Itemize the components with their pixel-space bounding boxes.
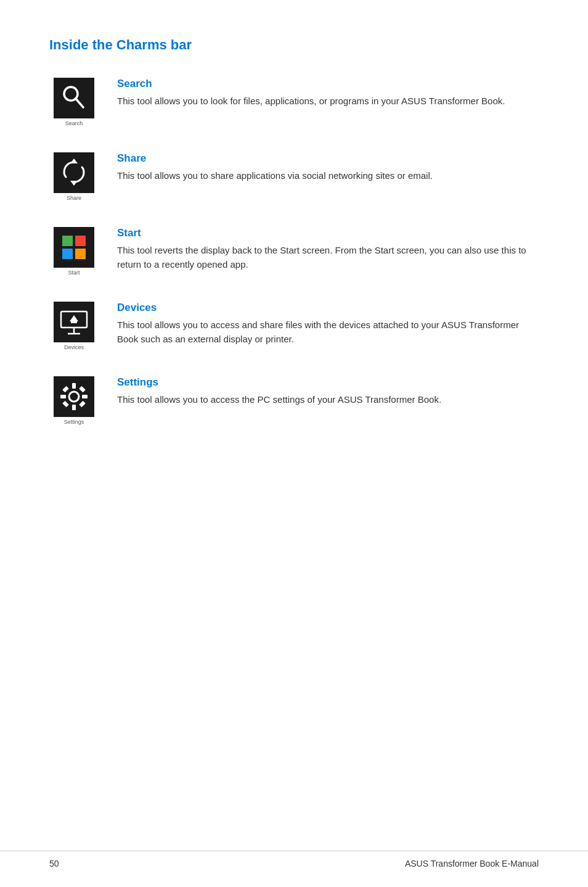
svg-rect-3	[54, 152, 94, 193]
devices-title: Devices	[117, 302, 539, 314]
devices-content: Devices This tool allows you to access a…	[117, 302, 539, 347]
svg-rect-19	[72, 383, 76, 389]
share-icon-wrapper: Share	[49, 152, 99, 201]
charm-item-devices: Devices Devices This tool allows you to …	[49, 302, 539, 350]
footer-page-number: 50	[49, 859, 59, 868]
settings-icon	[54, 376, 94, 417]
search-icon	[54, 78, 94, 118]
start-icon-label: Start	[68, 270, 80, 276]
search-title: Search	[117, 78, 539, 90]
svg-rect-8	[75, 236, 86, 246]
start-icon-wrapper: Start	[49, 227, 99, 276]
start-title: Start	[117, 227, 539, 239]
charm-item-search: Search Search This tool allows you to lo…	[49, 78, 539, 126]
start-icon	[54, 227, 94, 268]
page-title: Inside the Charms bar	[49, 37, 539, 53]
footer: 50 ASUS Transformer Book E-Manual	[0, 851, 588, 868]
start-description: This tool reverts the display back to th…	[117, 243, 539, 272]
devices-icon	[54, 302, 94, 342]
charm-item-share: Share Share This tool allows you to shar…	[49, 152, 539, 201]
footer-book-title: ASUS Transformer Book E-Manual	[405, 859, 539, 868]
svg-rect-20	[72, 405, 76, 410]
share-content: Share This tool allows you to share appl…	[117, 152, 539, 183]
settings-icon-label: Settings	[64, 419, 84, 425]
share-icon-label: Share	[67, 195, 81, 201]
page-container: Inside the Charms bar Search Search This…	[0, 0, 588, 887]
svg-rect-10	[75, 249, 86, 259]
search-icon-wrapper: Search	[49, 78, 99, 126]
svg-rect-17	[54, 376, 94, 417]
charm-item-settings: Settings Settings This tool allows you t…	[49, 376, 539, 425]
settings-icon-wrapper: Settings	[49, 376, 99, 425]
settings-content: Settings This tool allows you to access …	[117, 376, 539, 406]
share-description: This tool allows you to share applicatio…	[117, 168, 539, 183]
share-icon	[54, 152, 94, 193]
start-content: Start This tool reverts the display back…	[117, 227, 539, 272]
settings-title: Settings	[117, 376, 539, 389]
devices-description: This tool allows you to access and share…	[117, 318, 539, 347]
svg-rect-7	[62, 236, 73, 246]
svg-rect-22	[82, 395, 88, 398]
svg-rect-9	[62, 249, 73, 259]
svg-rect-6	[54, 227, 94, 268]
search-description: This tool allows you to look for files, …	[117, 94, 539, 108]
search-icon-label: Search	[65, 120, 83, 126]
settings-description: This tool allows you to access the PC se…	[117, 392, 539, 406]
devices-icon-label: Devices	[64, 344, 84, 350]
search-content: Search This tool allows you to look for …	[117, 78, 539, 108]
share-title: Share	[117, 152, 539, 165]
svg-rect-21	[60, 395, 66, 398]
svg-rect-16	[71, 321, 77, 323]
devices-icon-wrapper: Devices	[49, 302, 99, 350]
svg-rect-0	[54, 78, 94, 118]
charm-item-start: Start Start This tool reverts the displa…	[49, 227, 539, 276]
